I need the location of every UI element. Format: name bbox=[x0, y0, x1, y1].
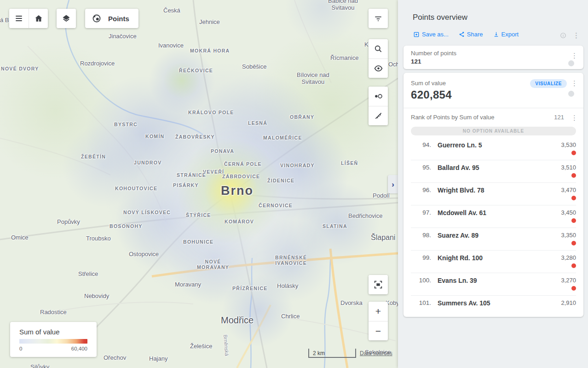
panel-title: Points overview bbox=[413, 13, 467, 22]
legend-min: 0 bbox=[19, 346, 22, 351]
save-as-icon bbox=[413, 31, 420, 38]
home-icon bbox=[34, 14, 43, 23]
rank-row[interactable]: 97. Mcdowell Av. 61 3,450 bbox=[411, 205, 576, 228]
share-button[interactable]: Share bbox=[459, 31, 483, 38]
measure-toolgroup bbox=[369, 87, 388, 125]
compare-icon bbox=[373, 91, 383, 101]
data-sources-link[interactable]: Data sources bbox=[360, 350, 392, 356]
rank-value: 3,470 bbox=[561, 187, 576, 193]
zoom-out-icon: − bbox=[375, 326, 381, 337]
widget-kebab-button[interactable]: ⋮ bbox=[570, 113, 579, 122]
rank-list: 94. Guerrero Ln. 5 3,530 95. Ballard Av.… bbox=[411, 138, 576, 317]
export-button[interactable]: Export bbox=[493, 31, 519, 38]
rank-value: 3,450 bbox=[561, 209, 576, 216]
rank-value: 3,510 bbox=[561, 164, 576, 171]
points-layer-button[interactable]: Points bbox=[85, 9, 138, 28]
rank-value: 2,910 bbox=[561, 299, 576, 306]
panel-kebab-button[interactable]: ⋮ bbox=[573, 31, 580, 40]
panel-header-icons: ⋮ bbox=[560, 31, 580, 40]
sum-of-value-widget: Sum of value 620,854 VISUALIZE ⋮ bbox=[404, 73, 583, 108]
zoom-toolgroup: + − bbox=[369, 302, 388, 340]
filter-icon bbox=[374, 14, 383, 23]
category-dot bbox=[571, 218, 576, 223]
category-dot bbox=[571, 196, 576, 200]
rank-number: 94. bbox=[411, 141, 431, 148]
rank-row[interactable]: 98. Suarez Av. 89 3,350 bbox=[411, 228, 576, 251]
compare-button[interactable] bbox=[369, 87, 388, 106]
widget-sync-dot bbox=[568, 91, 574, 97]
rank-name: Summers Av. 105 bbox=[438, 299, 561, 307]
visibility-button[interactable] bbox=[369, 58, 388, 78]
rank-row[interactable]: 96. Wright Blvd. 78 3,470 bbox=[411, 183, 576, 205]
filter-button[interactable] bbox=[369, 9, 388, 28]
legend-title: Sum of value bbox=[19, 328, 87, 336]
category-dot bbox=[571, 286, 576, 291]
rank-value: 3,270 bbox=[561, 277, 576, 284]
rank-number: 96. bbox=[411, 187, 431, 193]
info-icon bbox=[560, 32, 566, 39]
rank-row[interactable]: 100. Evans Ln. 39 3,270 bbox=[411, 273, 576, 296]
save-as-button[interactable]: Save as... bbox=[413, 31, 449, 38]
zoom-in-button[interactable]: + bbox=[369, 302, 388, 321]
widget-value: 620,854 bbox=[411, 88, 576, 101]
fit-bounds-button[interactable] bbox=[369, 275, 388, 294]
rank-row[interactable]: 94. Guerrero Ln. 5 3,530 bbox=[411, 138, 576, 160]
legend-gradient-bar bbox=[19, 339, 87, 344]
panel-actions: Save as... Share Export bbox=[413, 31, 519, 38]
export-label: Export bbox=[502, 31, 519, 38]
rank-value: 3,530 bbox=[561, 141, 576, 148]
eye-icon bbox=[374, 64, 383, 73]
widget-label: Number of points bbox=[411, 50, 576, 57]
widget-kebab-button[interactable]: ⋮ bbox=[570, 51, 579, 60]
rank-number: 101. bbox=[411, 299, 431, 306]
rank-number: 98. bbox=[411, 232, 431, 239]
measure-button[interactable] bbox=[369, 106, 388, 125]
points-layer-icon bbox=[92, 13, 102, 23]
info-button[interactable] bbox=[560, 32, 566, 39]
widget-kebab-button[interactable]: ⋮ bbox=[570, 79, 579, 88]
map-legend: Sum of value 0 60,400 bbox=[10, 322, 97, 357]
rank-name: Guerrero Ln. 5 bbox=[438, 141, 561, 149]
rank-name: Ballard Av. 95 bbox=[438, 164, 561, 171]
menu-button[interactable] bbox=[9, 9, 29, 28]
rank-row[interactable]: 99. Knight Rd. 100 3,280 bbox=[411, 251, 576, 273]
rank-name: Mcdowell Av. 61 bbox=[438, 209, 561, 216]
search-toolgroup bbox=[369, 39, 388, 78]
layer-widgets-card: Sum of value 620,854 VISUALIZE ⋮ Rank of… bbox=[404, 73, 583, 317]
frame-icon bbox=[373, 280, 383, 290]
rank-value: 3,280 bbox=[561, 254, 576, 261]
layers-icon bbox=[62, 14, 71, 23]
layers-toolbar bbox=[57, 9, 76, 28]
category-dot bbox=[571, 263, 576, 268]
map-canvas[interactable]: á BřČeskáJehniceBabice nad SvitavouJinač… bbox=[0, 0, 398, 368]
frame-toolgroup bbox=[369, 275, 388, 294]
share-icon bbox=[459, 31, 465, 37]
visualize-badge[interactable]: VISUALIZE bbox=[530, 79, 567, 88]
number-of-points-widget: Number of points 121 ⋮ bbox=[404, 46, 583, 69]
main-toolbar bbox=[9, 9, 48, 28]
rank-name: Knight Rd. 100 bbox=[438, 254, 561, 262]
scale-label: 2 km bbox=[309, 350, 325, 357]
measure-icon bbox=[374, 111, 383, 121]
menu-icon bbox=[14, 14, 23, 23]
rank-row[interactable]: 95. Ballard Av. 95 3,510 bbox=[411, 160, 576, 183]
widget-value: 121 bbox=[411, 58, 576, 65]
layers-button[interactable] bbox=[57, 9, 76, 28]
rank-widget: Rank of Points by Sum of value 121 ⋮ NO … bbox=[404, 108, 583, 317]
collapse-chevron-icon: › bbox=[392, 181, 394, 188]
no-option-banner: NO OPTION AVAILABLE bbox=[411, 127, 576, 135]
rank-value: 3,350 bbox=[561, 232, 576, 239]
zoom-out-button[interactable]: − bbox=[369, 321, 388, 340]
panel-collapse-handle[interactable]: › bbox=[388, 175, 398, 193]
search-button[interactable] bbox=[369, 39, 388, 58]
legend-max: 60,400 bbox=[71, 346, 87, 351]
rank-name: Suarez Av. 89 bbox=[438, 232, 561, 239]
home-button[interactable] bbox=[29, 9, 48, 28]
widget-sync-dot bbox=[568, 60, 574, 66]
rank-number: 99. bbox=[411, 254, 431, 261]
points-overview-panel: Points overview Save as... Share Export … bbox=[398, 0, 588, 368]
export-icon bbox=[493, 31, 499, 37]
share-label: Share bbox=[467, 31, 483, 38]
rank-row[interactable]: 101. Summers Av. 105 2,910 bbox=[411, 296, 576, 317]
rank-number: 97. bbox=[411, 209, 431, 216]
